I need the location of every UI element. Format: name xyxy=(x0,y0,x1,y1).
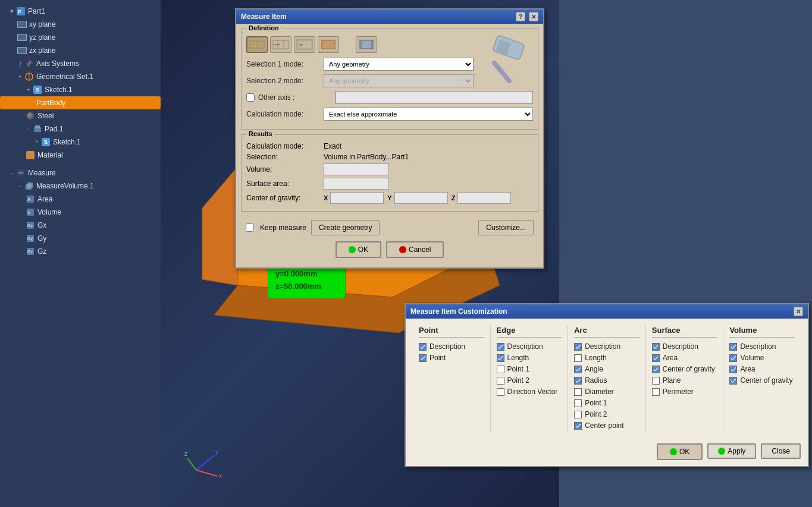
tree-item-measurevol1[interactable]: - MeasureVolume.1 xyxy=(0,180,161,193)
cancel-button[interactable]: Cancel xyxy=(386,241,444,258)
tree-item-gx[interactable]: Gx Gx xyxy=(0,219,161,232)
tool-btn-5[interactable] xyxy=(356,36,377,53)
yz-plane-icon xyxy=(17,32,27,43)
calc-mode-select[interactable]: Exact else approximate xyxy=(324,108,533,121)
selection-result-value: Volume in PartBody...Part1 xyxy=(324,153,409,161)
zx-plane-icon xyxy=(17,45,27,56)
tree-item-material[interactable]: Material xyxy=(0,149,161,162)
expand-sketch1a[interactable]: + xyxy=(25,86,32,93)
tree-item-steel[interactable]: Steel xyxy=(0,109,161,122)
custom-close-btn[interactable]: Close xyxy=(761,443,801,459)
cog-z-input[interactable]: 50.000mm xyxy=(457,192,511,204)
arc-diameter-label: Diameter xyxy=(585,388,614,396)
volume-cog-checkbox[interactable] xyxy=(729,377,737,385)
surface-area-checkbox[interactable] xyxy=(652,354,660,362)
custom-close-button[interactable]: ✕ xyxy=(794,307,803,316)
arc-point2-checkbox[interactable] xyxy=(574,411,582,418)
measure-close-button[interactable]: ✕ xyxy=(529,12,538,21)
arc-centerpoint-checkbox[interactable] xyxy=(574,422,582,430)
arc-angle-checkbox[interactable] xyxy=(574,366,582,373)
arc-description-checkbox[interactable] xyxy=(574,343,582,351)
measure-icon xyxy=(15,168,26,178)
arc-length-checkbox[interactable] xyxy=(574,354,582,362)
edge-length-checkbox[interactable] xyxy=(497,354,504,362)
point-point-checkbox[interactable] xyxy=(419,354,427,362)
custom-ok-button[interactable]: OK xyxy=(657,443,703,460)
svg-line-51 xyxy=(494,63,509,81)
ok-button[interactable]: OK xyxy=(336,241,381,258)
volume-input[interactable]: 0.003m3 xyxy=(324,163,389,175)
volume-area-checkbox[interactable] xyxy=(729,366,737,373)
tree-item-sketch1a[interactable]: + S Sketch.1 xyxy=(0,83,161,96)
tool-btn-4[interactable] xyxy=(318,36,339,53)
tree-item-yz[interactable]: yz plane xyxy=(0,31,161,44)
arc-point1-checkbox[interactable] xyxy=(574,399,582,407)
svg-line-31 xyxy=(196,470,217,476)
keep-measure-checkbox[interactable] xyxy=(246,223,254,232)
tree-item-geoset[interactable]: + Geometrical Set.1 xyxy=(0,70,161,83)
expand-axis[interactable]: ├ xyxy=(17,60,24,67)
tree-item-volume[interactable]: V Volume xyxy=(0,206,161,219)
expand-mvol1[interactable]: - xyxy=(17,182,24,190)
svg-text:y: y xyxy=(215,449,218,455)
arc-diameter-checkbox[interactable] xyxy=(574,388,582,396)
cog-y-input[interactable]: 0.000mm xyxy=(394,192,448,204)
measure-help-button[interactable]: ? xyxy=(516,12,525,21)
expand-geoset[interactable]: + xyxy=(17,73,24,80)
tree-item-part1[interactable]: ▼ P Part1 xyxy=(0,5,161,18)
expand-part1[interactable]: ▼ xyxy=(8,8,15,15)
tree-item-axis-systems[interactable]: ├ Axis Systems xyxy=(0,57,161,70)
volume-description-checkbox[interactable] xyxy=(729,343,737,351)
arc-radius-checkbox[interactable] xyxy=(574,377,582,385)
surface-description-checkbox[interactable] xyxy=(652,343,660,351)
customize-button[interactable]: Customize... xyxy=(478,220,534,235)
tool-btn-3[interactable]: ⇔ xyxy=(294,36,315,53)
point-description-checkbox[interactable] xyxy=(419,343,427,351)
selection2-select[interactable]: Any geometry xyxy=(324,74,474,87)
edge-dirvec-checkbox[interactable] xyxy=(497,388,504,396)
create-geometry-button[interactable]: Create geometry xyxy=(311,220,380,235)
surface-plane-checkbox[interactable] xyxy=(652,377,660,385)
tree-item-zx[interactable]: zx plane xyxy=(0,44,161,57)
surface-cog-checkbox[interactable] xyxy=(652,366,660,373)
custom-title: Measure Item Customization xyxy=(410,307,507,316)
tree-item-pad1[interactable]: - Pad.1 xyxy=(0,122,161,136)
tool-btn-1[interactable]: ←→ xyxy=(246,36,268,53)
expand-measure[interactable]: - xyxy=(8,169,15,177)
custom-apply-button[interactable]: Apply xyxy=(707,443,756,459)
surface-perimeter-checkbox[interactable] xyxy=(652,388,660,396)
svg-text:Gy: Gy xyxy=(27,237,33,241)
steel-icon xyxy=(25,111,36,121)
selection1-select[interactable]: Any geometry xyxy=(324,58,474,71)
selection2-label: Selection 2 mode: xyxy=(246,77,324,85)
edge-point2-label: Point 2 xyxy=(507,376,529,385)
tree-item-gy[interactable]: Gy Gy xyxy=(0,232,161,245)
edge-point1-checkbox[interactable] xyxy=(497,366,504,373)
expand-sketch1b[interactable]: + xyxy=(33,138,40,146)
tree-item-area[interactable]: A Area xyxy=(0,193,161,206)
svg-rect-13 xyxy=(27,182,33,188)
svg-rect-9 xyxy=(35,125,40,128)
arc-column: Arc Description Length Angle Radius Diam… xyxy=(568,326,646,433)
tree-item-gz[interactable]: Gz Gz xyxy=(0,245,161,258)
arc-description-label: Description xyxy=(585,342,620,351)
other-axis-input[interactable]: No selection xyxy=(336,91,533,104)
tree-item-partbody[interactable]: - PartBody xyxy=(0,96,161,109)
expand-pad1[interactable]: - xyxy=(25,125,32,133)
tree-item-sketch1b[interactable]: + S Sketch.1 xyxy=(0,136,161,149)
tree-item-measure[interactable]: - Measure xyxy=(0,166,161,180)
other-axis-checkbox[interactable] xyxy=(246,93,255,102)
measure-dialog-titlebar: Measure Item ? ✕ xyxy=(236,10,543,24)
surface-input[interactable]: 0.112m2 xyxy=(324,178,389,190)
edge-description-label: Description xyxy=(507,342,543,351)
edge-point2-checkbox[interactable] xyxy=(497,377,504,385)
cog-x-input[interactable]: 0.000mm xyxy=(330,192,384,204)
expand-partbody[interactable]: - xyxy=(17,99,24,106)
volume-volume-checkbox[interactable] xyxy=(729,354,737,362)
edge-description-checkbox[interactable] xyxy=(497,343,504,351)
cog-y-label: Y xyxy=(387,194,391,201)
tree-item-xy[interactable]: xy plane xyxy=(0,18,161,31)
arc-point2-label: Point 2 xyxy=(585,410,607,418)
volume-cog-label: Center of gravity xyxy=(740,376,792,385)
tool-btn-2[interactable]: ⟺ xyxy=(270,36,291,53)
